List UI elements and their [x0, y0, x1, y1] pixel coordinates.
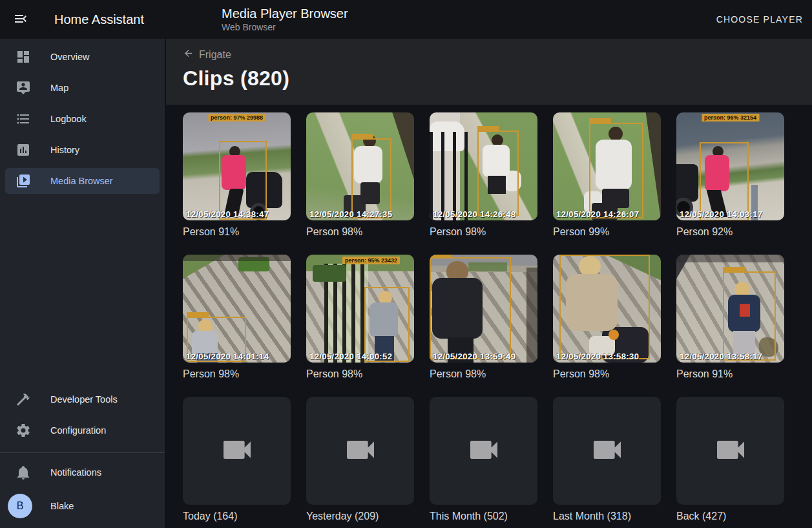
- choose-player-button[interactable]: CHOOSE PLAYER: [707, 8, 812, 31]
- main-content: Frigate Clips (820) person: 97% 29988 12…: [166, 39, 812, 528]
- breadcrumb-label: Frigate: [199, 49, 231, 61]
- breadcrumb-back[interactable]: Frigate: [183, 48, 231, 61]
- folder-caption: Last Month (318): [553, 511, 661, 522]
- detection-label: person: 96% 32154: [702, 114, 759, 121]
- folder-card-back[interactable]: Back (427): [676, 397, 784, 522]
- clip-card[interactable]: 12/05/2020 13:58:30 Person 98%: [553, 255, 661, 380]
- sidebar-item-map[interactable]: Map: [5, 75, 160, 101]
- clip-thumbnail[interactable]: person: 95% 23432 12/05/2020 14:00:52: [306, 255, 414, 363]
- sidebar-item-media-browser[interactable]: Media Browser: [5, 168, 160, 194]
- folder-thumbnail[interactable]: [676, 397, 784, 505]
- sidebar-toggle-button[interactable]: [5, 4, 36, 35]
- detection-bbox: [559, 255, 650, 359]
- sidebar-divider: [0, 452, 165, 453]
- detection-bbox: [430, 257, 511, 359]
- clip-timestamp: 12/05/2020 14:00:52: [309, 352, 392, 361]
- clip-thumbnail[interactable]: 12/05/2020 14:27:35: [306, 112, 414, 220]
- folder-thumbnail[interactable]: [553, 397, 661, 505]
- folder-thumbnail[interactable]: [306, 397, 414, 505]
- folder-card-yesterday[interactable]: Yesterday (209): [306, 397, 414, 522]
- media-grid: person: 97% 29988 12/05/2020 14:38:47 Pe…: [183, 112, 812, 522]
- clip-card[interactable]: 12/05/2020 14:26:48 Person 98%: [430, 112, 537, 238]
- sidebar-item-label: Media Browser: [50, 176, 113, 186]
- clip-thumbnail[interactable]: person: 97% 29988 12/05/2020 14:38:47: [183, 112, 291, 220]
- clip-timestamp: 12/05/2020 13:58:17: [680, 352, 762, 361]
- clip-card[interactable]: person: 96% 32154 12/05/2020 14:03:17 Pe…: [676, 112, 784, 238]
- clip-caption: Person 91%: [183, 226, 291, 238]
- sidebar-item-profile[interactable]: B Blake: [5, 491, 160, 522]
- detection-bbox: [351, 138, 391, 218]
- sidebar-item-developer-tools[interactable]: Developer Tools: [5, 386, 160, 412]
- media-browser-header: Media Player Browser Web Browser: [222, 6, 348, 33]
- clip-thumbnail[interactable]: person: 96% 32154 12/05/2020 14:03:17: [676, 112, 784, 220]
- clip-card[interactable]: person: 97% 29988 12/05/2020 14:38:47 Pe…: [183, 112, 291, 238]
- video-camera-icon: [342, 432, 379, 470]
- content-header: Frigate Clips (820): [166, 39, 812, 105]
- avatar: B: [8, 494, 32, 518]
- sidebar-item-configuration[interactable]: Configuration: [5, 417, 160, 443]
- clip-timestamp: 12/05/2020 13:59:49: [433, 352, 515, 361]
- folder-card-this-month[interactable]: This Month (502): [430, 397, 537, 522]
- thumbnail-art: [676, 255, 784, 262]
- sidebar-item-overview[interactable]: Overview: [5, 44, 160, 70]
- map-account-icon: [16, 80, 31, 96]
- thumbnail-art: [183, 255, 291, 261]
- detection-bbox: [364, 287, 410, 362]
- gear-icon: [16, 423, 31, 438]
- sidebar-item-label: Notifications: [50, 467, 101, 478]
- video-camera-icon: [713, 432, 749, 470]
- clip-thumbnail[interactable]: 12/05/2020 14:26:07: [553, 112, 661, 220]
- clip-timestamp: 12/05/2020 14:38:47: [186, 209, 269, 219]
- page-title: Clips (820): [183, 67, 812, 90]
- clip-caption: Person 98%: [553, 368, 661, 380]
- sidebar-item-label: Developer Tools: [50, 394, 118, 405]
- sidebar-item-history[interactable]: History: [5, 137, 160, 163]
- sidebar: Overview Map Logbook History Media Brows…: [0, 39, 165, 528]
- list-icon: [16, 111, 31, 127]
- clip-card[interactable]: 12/05/2020 14:26:07 Person 99%: [553, 112, 661, 238]
- thumbnail-art: [526, 268, 537, 363]
- sidebar-item-label: Overview: [50, 52, 89, 62]
- thumbnail-art: [313, 265, 346, 282]
- sidebar-item-label: Configuration: [50, 425, 106, 436]
- clip-caption: Person 98%: [306, 368, 414, 380]
- folder-card-today[interactable]: Today (164): [183, 397, 291, 522]
- content-body: person: 97% 29988 12/05/2020 14:38:47 Pe…: [166, 105, 812, 528]
- sidebar-item-notifications[interactable]: Notifications: [5, 459, 160, 485]
- sidebar-item-label: History: [50, 145, 79, 155]
- clip-card[interactable]: 12/05/2020 14:27:35 Person 98%: [306, 112, 414, 238]
- clip-card[interactable]: 12/05/2020 14:01:14 Person 98%: [183, 255, 291, 380]
- clip-caption: Person 98%: [183, 368, 291, 380]
- page-header-subtitle: Web Browser: [222, 21, 348, 33]
- clip-caption: Person 98%: [430, 226, 537, 238]
- folder-caption: Today (164): [183, 511, 291, 522]
- play-box-multiple-icon: [16, 173, 31, 189]
- folder-thumbnail[interactable]: [430, 397, 537, 505]
- menu-open-icon: [13, 11, 28, 28]
- video-camera-icon: [589, 432, 625, 470]
- clip-thumbnail[interactable]: 12/05/2020 13:59:49: [430, 255, 537, 363]
- clip-timestamp: 12/05/2020 14:03:17: [680, 209, 762, 219]
- sidebar-item-logbook[interactable]: Logbook: [5, 106, 160, 132]
- clip-caption: Person 91%: [676, 368, 784, 380]
- folder-thumbnail[interactable]: [183, 397, 291, 505]
- clip-timestamp: 12/05/2020 14:27:35: [309, 209, 392, 219]
- clip-thumbnail[interactable]: 12/05/2020 13:58:17: [676, 255, 784, 363]
- clip-card[interactable]: 12/05/2020 13:58:17 Person 91%: [676, 255, 784, 380]
- hammer-icon: [16, 392, 31, 407]
- clip-caption: Person 99%: [553, 226, 661, 238]
- detection-bbox: [723, 271, 776, 361]
- video-camera-icon: [466, 432, 502, 470]
- clip-thumbnail[interactable]: 12/05/2020 14:01:14: [183, 255, 291, 363]
- clip-card[interactable]: person: 95% 23432 12/05/2020 14:00:52 Pe…: [306, 255, 414, 380]
- profile-name: Blake: [50, 501, 74, 511]
- folder-caption: This Month (502): [430, 511, 537, 522]
- arrow-left-icon: [183, 48, 194, 61]
- folder-card-last-month[interactable]: Last Month (318): [553, 397, 661, 522]
- sidebar-item-label: Logbook: [50, 114, 87, 124]
- clip-card[interactable]: 12/05/2020 13:59:49 Person 98%: [430, 255, 537, 380]
- clip-thumbnail[interactable]: 12/05/2020 13:58:30: [553, 255, 661, 363]
- detection-bbox: [477, 131, 519, 216]
- clip-thumbnail[interactable]: 12/05/2020 14:26:48: [430, 112, 537, 220]
- clip-timestamp: 12/05/2020 14:26:07: [556, 209, 639, 219]
